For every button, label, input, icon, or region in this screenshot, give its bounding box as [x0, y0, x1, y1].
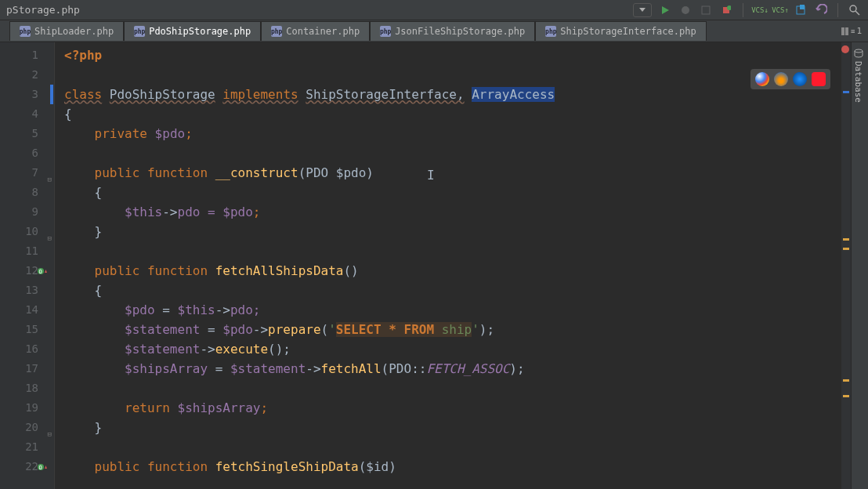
code-token: (PDO $pdo)	[298, 165, 374, 180]
code-token: SELECT * FROM	[336, 322, 442, 337]
undo-icon[interactable]	[814, 3, 828, 17]
code-token: implements	[222, 87, 298, 102]
vcs-commit-icon[interactable]: VCS↑	[773, 3, 787, 17]
code-token: $this	[125, 205, 162, 219]
line-number: 12O	[0, 261, 54, 281]
code-token: return	[125, 400, 170, 415]
svg-marker-1	[662, 6, 669, 14]
code-token: $statement	[125, 342, 200, 357]
code-token: }	[95, 224, 103, 239]
database-tool-tab[interactable]: Database	[852, 42, 865, 109]
warning-marker[interactable]	[843, 379, 849, 382]
fold-close-icon[interactable]: ⊟	[45, 425, 52, 431]
tab-container[interactable]: php Container.php	[261, 21, 370, 41]
line-number: 13	[0, 281, 54, 300]
code-token: ()	[343, 263, 358, 278]
svg-marker-17	[45, 465, 47, 469]
toolbar-divider	[743, 3, 743, 17]
line-number: 22O	[0, 457, 54, 476]
code-token: PdoShipStorage	[110, 87, 215, 102]
fold-open-icon[interactable]: ⊟	[45, 170, 52, 176]
code-editor[interactable]: <?php class PdoShipStorage implements Sh…	[55, 42, 868, 489]
firefox-icon[interactable]	[774, 72, 788, 86]
svg-point-2	[682, 6, 689, 14]
tool-label: Database	[853, 61, 863, 103]
line-number: 16	[0, 339, 54, 359]
tab-label: ShipStorageInterface.php	[560, 26, 696, 37]
tab-label: PdoShipStorage.php	[149, 26, 251, 37]
svg-rect-10	[841, 27, 844, 35]
line-number: 4	[0, 104, 54, 124]
code-token: ShipStorageInterface,	[306, 87, 464, 102]
line-number: 3	[0, 85, 54, 104]
code-token: pdo =	[178, 205, 223, 219]
search-icon[interactable]	[848, 3, 862, 17]
code-token: ->	[200, 342, 215, 357]
php-file-icon: php	[134, 26, 145, 37]
line-number: 15	[0, 320, 54, 339]
warning-marker[interactable]	[843, 248, 849, 250]
warning-marker[interactable]	[843, 238, 849, 241]
code-token: function	[147, 459, 208, 474]
code-token: fetchAll	[321, 361, 382, 376]
line-number: 20⊟	[0, 418, 54, 437]
breadcrumb: pStorage.php	[6, 4, 80, 16]
code-token: '	[328, 322, 336, 337]
code-token: ;	[185, 126, 193, 141]
code-token: $shipsArray	[178, 400, 261, 415]
svg-text:O: O	[39, 268, 42, 274]
line-number: 21	[0, 437, 54, 457]
code-token: prepare	[268, 322, 320, 337]
svg-text:O: O	[39, 464, 42, 470]
chrome-icon[interactable]	[755, 72, 769, 86]
run-icon[interactable]	[658, 3, 672, 17]
svg-rect-11	[845, 27, 848, 35]
change-marker[interactable]	[843, 91, 849, 93]
opera-icon[interactable]	[812, 72, 826, 86]
error-marker[interactable]	[841, 45, 849, 53]
warning-marker[interactable]	[843, 395, 849, 397]
code-token: =	[208, 361, 230, 376]
override-marker-icon[interactable]: O	[38, 463, 47, 471]
svg-point-18	[855, 49, 863, 53]
line-number: 17	[0, 359, 54, 379]
stop-icon[interactable]	[719, 3, 733, 17]
tab-label: ShipLoader.php	[34, 26, 114, 37]
code-token: ArrayAccess	[472, 87, 555, 102]
code-token: execute	[215, 342, 268, 357]
code-token: $pdo	[222, 322, 253, 337]
settings-icon[interactable]	[794, 3, 808, 17]
fold-close-icon[interactable]: ⊟	[45, 229, 52, 235]
editor-scrollbar[interactable]	[841, 42, 851, 489]
coverage-icon[interactable]	[699, 3, 713, 17]
code-token: $pdo	[125, 302, 155, 317]
vcs-update-icon[interactable]: VCS↓	[753, 3, 767, 17]
debug-icon[interactable]	[678, 3, 693, 17]
code-token: class	[64, 87, 102, 102]
change-marker	[50, 85, 53, 104]
php-file-icon: php	[380, 26, 391, 37]
code-token: {	[95, 185, 103, 200]
code-token: $statement	[230, 361, 306, 376]
code-token: {	[95, 283, 103, 298]
svg-rect-3	[702, 6, 710, 14]
code-token: ->	[162, 205, 177, 219]
tab-label: Container.php	[286, 26, 360, 37]
code-token: ();	[268, 342, 291, 357]
code-token: function	[147, 263, 208, 278]
line-number: 2	[0, 65, 54, 85]
code-token: <?php	[64, 48, 102, 63]
tab-shipstorageinterface[interactable]: php ShipStorageInterface.php	[535, 21, 706, 41]
php-file-icon: php	[271, 26, 282, 37]
tab-pdoshipstorage[interactable]: php PdoShipStorage.php	[124, 21, 261, 41]
line-number: 11	[0, 241, 54, 261]
run-config-dropdown[interactable]	[633, 3, 652, 17]
tab-jsonfileshipstorage[interactable]: php JsonFileShipStorage.php	[370, 21, 535, 41]
tab-shiploader[interactable]: php ShipLoader.php	[9, 21, 124, 41]
code-token: pdo;	[230, 302, 261, 317]
code-token: FETCH_ASSOC	[426, 361, 509, 376]
line-number: 9	[0, 202, 54, 222]
override-marker-icon[interactable]: O	[38, 267, 47, 275]
split-icon[interactable]: ≡1	[841, 26, 862, 36]
safari-icon[interactable]	[793, 72, 807, 86]
